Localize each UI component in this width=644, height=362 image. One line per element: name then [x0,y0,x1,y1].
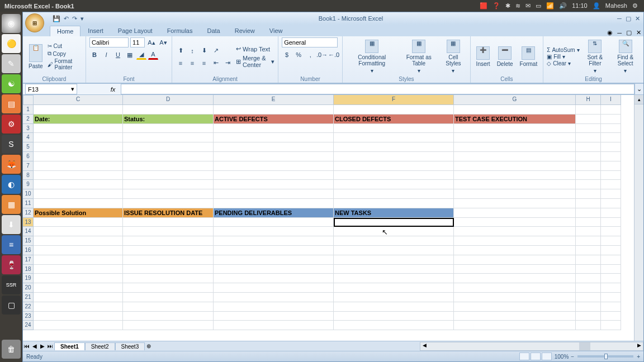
cell-I19[interactable] [601,274,621,283]
tab-nav-prev-icon[interactable]: ◀ [31,343,39,349]
cell-F18[interactable] [334,265,454,274]
tab-view[interactable]: View [262,25,290,36]
cell-C21[interactable] [34,293,123,302]
cell-F22[interactable] [334,302,454,312]
cell-G15[interactable] [454,236,576,246]
name-box[interactable]: F13▾ [25,84,77,94]
cell-D2[interactable]: Status: [123,115,214,124]
cell-F17[interactable] [334,255,454,265]
wine-icon[interactable]: 🍷 [2,255,21,274]
cell-G9[interactable] [454,180,576,189]
cell-I6[interactable] [601,152,621,161]
cell-C1[interactable] [34,105,123,115]
percent-icon[interactable]: % [293,50,304,60]
format-as-table-button[interactable]: ▦Format as Table ▾ [400,39,438,75]
help-icon[interactable]: ❓ [493,2,500,9]
cell-I12[interactable] [601,208,621,218]
cell-G2[interactable]: TEST CASE EXECUTION [454,115,576,124]
row-header-10[interactable]: 10 [23,189,34,199]
scroll-left-icon[interactable]: ◀ [420,342,428,350]
cell-I7[interactable] [601,161,621,171]
indicator-icon[interactable]: 🟥 [480,2,487,9]
cell-G17[interactable] [454,255,576,265]
fill-button[interactable]: ▣Fill ▾ [547,54,579,60]
cell-D5[interactable] [123,142,214,152]
cell-G13[interactable] [454,218,576,227]
cell-F3[interactable] [334,124,454,134]
cell-E20[interactable] [214,283,334,293]
cell-D3[interactable] [123,124,214,134]
cell-I21[interactable] [601,293,621,302]
delete-cells-button[interactable]: ➖Delete [495,45,515,68]
row-header-23[interactable]: 23 [23,312,34,321]
align-top-icon[interactable]: ⬆ [176,46,186,56]
cell-F16[interactable] [334,246,454,255]
cell-C9[interactable] [34,180,123,189]
cell-C6[interactable] [34,152,123,161]
cell-C16[interactable] [34,246,123,255]
cell-H16[interactable] [576,246,601,255]
cell-I10[interactable] [601,189,621,199]
cell-G20[interactable] [454,283,576,293]
cell-E8[interactable] [214,171,334,180]
formula-input[interactable] [121,84,634,94]
cell-D6[interactable] [123,152,214,161]
cell-G14[interactable] [454,227,576,236]
row-header-1[interactable]: 1 [23,105,34,115]
cell-C3[interactable] [34,124,123,134]
cells-area[interactable]: Date:Status:ACTIVE DEFECTSCLOSED DEFECTS… [34,105,634,341]
files-icon[interactable]: ▤ [2,94,21,113]
zoom-out-icon[interactable]: − [571,354,574,360]
inc-decimal-icon[interactable]: .0→ [317,50,327,60]
cell-I11[interactable] [601,199,621,208]
expand-formula-icon[interactable]: ⌄ [634,84,643,94]
user-name[interactable]: Mahesh [605,2,627,9]
cell-C10[interactable] [34,189,123,199]
cell-D16[interactable] [123,246,214,255]
font-color-button[interactable]: A [148,50,158,60]
cell-I15[interactable] [601,236,621,246]
row-header-17[interactable]: 17 [23,255,34,265]
tab-nav-next-icon[interactable]: ▶ [39,343,46,349]
cell-H17[interactable] [576,255,601,265]
cell-G7[interactable] [454,161,576,171]
fill-color-button[interactable]: ◢ [136,50,146,60]
border-button[interactable]: ▦ [125,50,135,60]
cell-E6[interactable] [214,152,334,161]
cell-I2[interactable] [601,115,621,124]
format-cells-button[interactable]: ▤Format [518,45,540,68]
cell-F4[interactable] [334,133,454,142]
cell-E22[interactable] [214,302,334,312]
cell-G8[interactable] [454,171,576,180]
cell-E16[interactable] [214,246,334,255]
app-icon[interactable]: ☯ [2,74,21,93]
cell-I4[interactable] [601,133,621,142]
cell-E13[interactable] [214,218,334,227]
cell-E24[interactable] [214,321,334,330]
row-header-11[interactable]: 11 [23,199,34,208]
insert-cells-button[interactable]: ➕Insert [474,45,493,68]
cell-D9[interactable] [123,180,214,189]
restore-ribbon-icon[interactable]: ▢ [624,29,634,36]
cell-D22[interactable] [123,302,214,312]
cell-C18[interactable] [34,265,123,274]
view-normal-icon[interactable] [519,353,529,360]
cell-E18[interactable] [214,265,334,274]
scroll-right-icon[interactable]: ▶ [635,342,643,350]
cell-I13[interactable] [601,218,621,227]
find-select-button[interactable]: 🔍Find & Select ▾ [610,39,640,75]
user-icon[interactable]: 👤 [593,2,600,9]
cell-F9[interactable] [334,180,454,189]
cell-G1[interactable] [454,105,576,115]
undo-icon[interactable]: ↶ [64,15,69,22]
fx-icon[interactable]: fx [105,86,121,93]
cell-C19[interactable] [34,274,123,283]
cell-G22[interactable] [454,302,576,312]
cell-E15[interactable] [214,236,334,246]
minimize-icon[interactable]: ─ [617,15,622,22]
indent-dec-icon[interactable]: ⇤ [211,58,221,68]
cell-E7[interactable] [214,161,334,171]
paste-button[interactable]: 📋Paste [26,43,45,70]
cell-E14[interactable] [214,227,334,236]
cell-H3[interactable] [576,124,601,134]
